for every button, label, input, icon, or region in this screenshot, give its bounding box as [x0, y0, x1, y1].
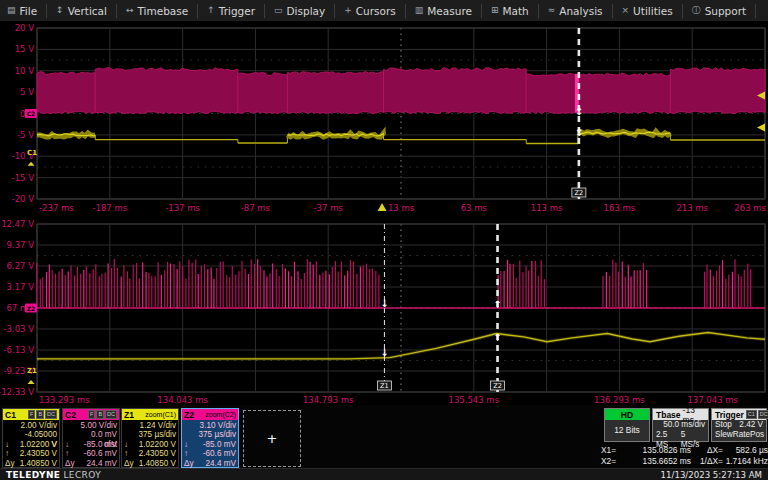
trigger-time-marker[interactable] — [378, 203, 387, 211]
descriptor-row: 375 µs/div — [184, 430, 236, 439]
trigger-level: 2.42 V — [739, 420, 763, 430]
descriptor-row: 1.24 V/div — [124, 421, 176, 430]
descriptor-row: ↓1.02200 V — [5, 440, 57, 449]
descriptor-row: ↑2.43050 V — [5, 449, 57, 458]
menu-item-trigger[interactable]: ↑Trigger — [198, 4, 265, 18]
trigger-level-marker[interactable] — [757, 124, 765, 132]
cursor-label: Z1 — [380, 382, 389, 390]
status-bar: TELEDYNELECROY 11/13/2023 5:27:13 AM — [0, 468, 768, 480]
invdx-value: 1.7164 kHz — [723, 456, 768, 467]
menu-item-label: Display — [287, 5, 326, 17]
y-tick-label: 9.37 V — [7, 240, 35, 250]
channel-badge: B — [96, 410, 104, 419]
trace-descriptor-z1[interactable]: Z1zoom(C1)1.24 V/div375 µs/div↓1.02200 V… — [121, 408, 179, 468]
descriptor-row: ↓-85.0 mV — [65, 440, 117, 449]
vertical-icon: ↕ — [56, 6, 64, 15]
y-tick-label: 10 V — [15, 66, 35, 76]
math-icon: ⊞ — [491, 6, 499, 15]
cursors-icon: + — [344, 6, 352, 15]
trigger-mode: Stop — [715, 420, 732, 430]
x-tick-label: 134.043 ms — [157, 395, 208, 405]
menu-item-vertical[interactable]: ↕Vertical — [47, 4, 117, 18]
x-tick-label: 163 ms — [604, 203, 636, 213]
brand-secondary: LECROY — [63, 470, 101, 480]
level-marker-label: C2 — [27, 110, 36, 117]
trace-descriptor-c2[interactable]: C2FBDC5.00 V/div0.0 mV ofst↓-85.0 mV↑-60… — [62, 408, 120, 468]
menu-item-label: File — [20, 5, 38, 17]
x-tick-label: 63 ms — [461, 203, 488, 213]
menu-item-label: Math — [502, 5, 528, 17]
datetime: 11/13/2023 5:27:13 AM — [661, 470, 762, 480]
cursor-arrow: ↓ — [380, 347, 388, 358]
zoom-grid: 12.47 V9.37 V6.27 V3.17 V67 mV-3.03 V-6.… — [0, 219, 765, 405]
descriptor-row: 375 µs/div — [124, 430, 176, 439]
level-marker-z1[interactable]: Z1 — [27, 367, 37, 375]
x-tick-label: 133.293 ms — [39, 395, 90, 405]
channel-badge: F — [28, 410, 35, 419]
menu-item-label: Vertical — [68, 5, 107, 17]
cursor-arrow: ↑ — [493, 299, 501, 310]
menu-item-analysis[interactable]: ≈Analysis — [539, 4, 613, 18]
main-grid: 20 V15 V10 V5 V0 V-5 V-10 V-15 V-20 V-23… — [12, 23, 767, 213]
menu-item-cursors[interactable]: +Cursors — [335, 4, 406, 18]
menu-item-math[interactable]: ⊞Math — [482, 4, 539, 18]
oscilloscope-app: ▤File↕Vertical↔Timebase↑Trigger▭Display+… — [0, 0, 768, 480]
support-icon: ⓘ — [692, 6, 701, 15]
tbase-scale: 50.0 ms/div — [663, 420, 705, 430]
descriptor-row: 2.00 V/div — [5, 421, 57, 430]
tbase-samples: 2.5 MS — [656, 430, 681, 440]
tbase-title: Tbase — [656, 410, 681, 420]
x-tick-label: 136.293 ms — [594, 395, 645, 405]
descriptor-row: Δy1.40850 V — [5, 459, 57, 468]
trigger-box[interactable]: Trigger C1 DC Stop 2.42 V SlewRate Pos — [711, 408, 767, 442]
y-tick-label: 15 V — [15, 44, 35, 54]
trace-subtitle: zoom(C2) — [205, 411, 236, 418]
menu-item-measure[interactable]: ▥Measure — [406, 4, 482, 18]
add-trace-button[interactable]: + — [243, 410, 301, 467]
hd-mode-box[interactable]: HD 12 Bits — [604, 408, 650, 442]
menu-bar: ▤File↕Vertical↔Timebase↑Trigger▭Display+… — [0, 0, 768, 21]
trace-descriptor-z2[interactable]: Z2zoom(C2)3.10 V/div375 µs/div↓-85.0 mV↑… — [181, 408, 239, 468]
menu-item-label: Trigger — [219, 5, 255, 17]
hd-title: HD — [605, 409, 649, 420]
trigger-title: Trigger — [715, 410, 744, 420]
menu-item-label: Cursors — [356, 5, 396, 17]
menu-item-utilities[interactable]: ×Utilities — [613, 4, 683, 18]
cursor-readout: X1= 135.0826 ms ΔX= 582.6 µs X2= 135.665… — [601, 445, 768, 466]
menu-item-support[interactable]: ⓘSupport — [683, 4, 757, 18]
x1-value: 135.0826 ms — [625, 445, 691, 456]
x2-label: X2= — [601, 456, 625, 467]
y-tick-label: 5 V — [20, 87, 34, 97]
y-tick-label: -15 V — [12, 173, 35, 183]
menu-item-display[interactable]: ▭Display — [265, 4, 335, 18]
x-tick-label: 263 ms — [734, 203, 766, 213]
level-marker-c1[interactable]: C1 — [27, 149, 37, 157]
descriptor-row: ↑2.43050 V — [124, 449, 176, 458]
cursor-label: Z2 — [493, 382, 502, 390]
y-tick-label: -12.33 V — [0, 387, 34, 397]
dx-label: ΔX= — [691, 445, 723, 456]
menu-item-timebase[interactable]: ↔Timebase — [117, 4, 198, 18]
descriptor-row: 3.10 V/div — [184, 421, 236, 430]
trace-descriptor-c1[interactable]: C1FBDC2.00 V/div-4.05000 V↓1.02200 V↑2.4… — [2, 408, 60, 468]
y-tick-label: 20 V — [15, 23, 35, 33]
trace-title: C2 — [65, 410, 76, 420]
y-tick-label: 3.17 V — [7, 282, 35, 292]
analysis-icon: ≈ — [548, 6, 556, 15]
menu-item-file[interactable]: ▤File — [0, 4, 47, 18]
descriptor-row: ↑-60.6 mV — [184, 449, 236, 458]
x-tick-label: 137.043 ms — [687, 395, 738, 405]
cursor-label: Z2 — [575, 189, 584, 197]
cursor-arrow: ↕ — [575, 127, 583, 138]
menu-item-label: Support — [705, 5, 747, 17]
descriptor-row: 5.00 V/div — [65, 421, 117, 430]
x2-value: 135.6652 ms — [625, 456, 691, 467]
x-tick-label: -187 ms — [92, 203, 127, 213]
menu-item-label: Utilities — [633, 5, 673, 17]
x-tick-label: 134.793 ms — [303, 395, 354, 405]
tbase-rate: 5 MS/s — [681, 430, 705, 440]
descriptor-panel: + HD 12 Bits Tbase -13 ms 50.0 ms/div 2.… — [0, 405, 768, 468]
timebase-box[interactable]: Tbase -13 ms 50.0 ms/div 2.5 MS 5 MS/s — [652, 408, 709, 442]
x-tick-label: -137 ms — [165, 203, 200, 213]
x-tick-label: 113 ms — [531, 203, 563, 213]
